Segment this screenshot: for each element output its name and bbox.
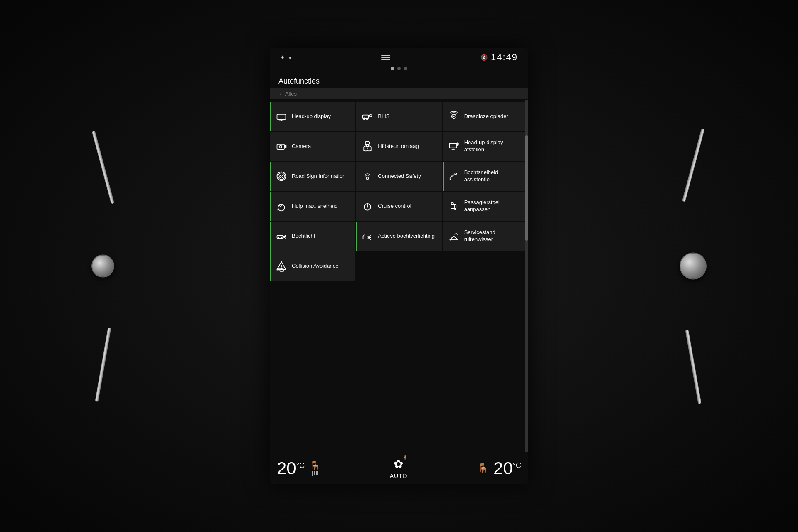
corner-speed-label: Bochtsnelheid assistentie <box>464 169 523 183</box>
max-speed-label: Hulp max. snelheid <box>292 203 338 210</box>
svg-text:+: + <box>451 116 453 118</box>
scrollbar-thumb[interactable] <box>525 135 528 241</box>
wireless-charger-label: Draadloze oplader <box>464 113 508 120</box>
page-indicators <box>270 65 528 74</box>
chrome-needle-top-left <box>91 131 114 204</box>
seat-heat-icon: 🪑 <box>310 461 320 470</box>
camera-label: Camera <box>292 143 311 150</box>
status-left: ✦ ◂ <box>280 54 291 61</box>
grid-item-head-up-display[interactable]: Head-up display <box>270 102 355 131</box>
blis-label: BLIS <box>378 113 389 120</box>
grid-item-cornering-light[interactable]: Bochtlicht <box>270 222 355 251</box>
menu-line-3 <box>381 59 390 60</box>
hud-adjust-icon <box>448 140 460 152</box>
chrome-needle-top-right <box>682 129 704 202</box>
svg-rect-0 <box>277 114 286 119</box>
grid-item-passenger-seat[interactable]: Passagierstoel aanpassen <box>443 192 528 221</box>
temp-right-value: 20 <box>493 460 513 477</box>
temp-left-display: 20 °C <box>277 460 305 477</box>
grid-item-wiper-service[interactable]: Servicestand ruitenwisser <box>443 222 528 251</box>
auto-mode-label: AUTO <box>390 473 408 479</box>
headrest-icon <box>361 140 374 152</box>
cruise-control-icon <box>361 200 374 212</box>
menu-line-1 <box>381 55 390 56</box>
headrest-label: Hfdsteun omlaag <box>378 143 419 150</box>
svg-point-34 <box>367 206 369 208</box>
connected-safety-icon: ! <box>361 170 374 182</box>
svg-point-27 <box>367 177 369 180</box>
passenger-seat-icon <box>448 200 460 212</box>
head-up-display-label: Head-up display <box>292 113 331 120</box>
svg-line-31 <box>279 205 281 207</box>
passenger-seat-icon-climate: 🪑 <box>477 463 488 474</box>
clock: 14:49 <box>491 52 518 63</box>
grid-row-6: Collision Avoidance <box>270 251 528 281</box>
grid-row-5: Bochtlicht Actieve bochtverlichting <box>270 222 528 251</box>
grid-row-3: 90 Road Sign Information ! Connected Saf… <box>270 162 528 191</box>
svg-rect-11 <box>277 144 285 149</box>
page-dot-2[interactable] <box>397 67 401 70</box>
collision-label: Collision Avoidance <box>292 263 339 270</box>
page-dot-1[interactable] <box>391 67 394 70</box>
svg-text:!: ! <box>370 172 371 176</box>
svg-rect-45 <box>363 236 368 239</box>
menu-icon[interactable] <box>381 55 390 60</box>
grid-item-connected-safety[interactable]: ! Connected Safety <box>356 162 441 191</box>
grid-item-road-sign[interactable]: 90 Road Sign Information <box>270 162 355 191</box>
chrome-left-decoration <box>91 130 114 402</box>
svg-line-50 <box>363 235 364 236</box>
grid-item-collision[interactable]: Collision Avoidance <box>270 251 355 281</box>
svg-rect-14 <box>365 142 370 145</box>
camera-icon <box>275 140 288 152</box>
wireless-icon: + <box>448 111 460 122</box>
grid-row-1: Head-up display BLIS + Draa <box>270 102 528 131</box>
wiper-service-label: Servicestand ruitenwisser <box>464 229 523 243</box>
chrome-knob-left[interactable] <box>91 255 114 278</box>
road-sign-label: Road Sign Information <box>292 173 345 180</box>
status-right: 🔇 14:49 <box>480 52 518 63</box>
grid-item-active-light[interactable]: Actieve bochtverlichting <box>356 222 441 251</box>
app-title: Autofuncties <box>278 77 520 86</box>
temp-right-display: 20 °C <box>493 460 521 477</box>
hud-icon <box>275 111 288 122</box>
grid-item-hud-adjust[interactable]: Head-up display afstellen <box>443 132 528 161</box>
climate-bar: 20 °C 🪑 ✿ 🧍 <box>270 452 528 484</box>
cruise-control-label: Cruise control <box>378 203 411 210</box>
svg-point-6 <box>370 115 372 117</box>
app-header: Autofuncties <box>270 74 528 88</box>
grid-item-camera[interactable]: Camera <box>270 132 355 161</box>
scrollbar-track[interactable] <box>525 100 528 452</box>
cornering-light-icon <box>275 230 288 242</box>
svg-point-52 <box>449 239 451 241</box>
active-light-label: Actieve bochtverlichting <box>378 233 435 240</box>
car-interior: ✦ ◂ 🔇 14:49 <box>0 0 798 532</box>
person-icon: 🧍 <box>402 455 408 460</box>
temp-left-unit: °C <box>296 461 305 470</box>
breadcrumb-bar[interactable]: ← Alles <box>270 88 528 99</box>
svg-rect-18 <box>449 143 457 148</box>
heat-bar-1 <box>312 471 313 476</box>
chrome-needle-bottom-right <box>685 330 701 404</box>
screen-content: ✦ ◂ 🔇 14:49 <box>270 48 528 484</box>
grid-item-headrest[interactable]: Hfdsteun omlaag <box>356 132 441 161</box>
grid-item-cruise-control[interactable]: Cruise control <box>356 192 441 221</box>
main-screen: ✦ ◂ 🔇 14:49 <box>270 48 528 484</box>
climate-center: ✿ 🧍 AUTO <box>390 457 408 479</box>
climate-right: 🪑 20 °C <box>477 460 521 477</box>
svg-rect-36 <box>454 205 456 210</box>
wiper-service-icon <box>448 230 460 242</box>
temp-right-unit: °C <box>513 461 521 470</box>
collision-icon <box>275 260 288 272</box>
status-bar: ✦ ◂ 🔇 14:49 <box>270 48 528 65</box>
grid-item-max-speed[interactable]: Hulp max. snelheid <box>270 192 355 221</box>
grid-item-corner-speed[interactable]: Bochtsnelheid assistentie <box>443 162 528 191</box>
chrome-knob-right[interactable] <box>680 253 707 280</box>
svg-text:90: 90 <box>279 174 284 179</box>
fan-icon: ✿ <box>394 458 403 470</box>
grid-item-wireless-charger[interactable]: + Draadloze oplader <box>443 102 528 131</box>
temp-left-value: 20 <box>277 460 296 477</box>
breadcrumb[interactable]: ← Alles <box>278 91 297 97</box>
grid-item-blis[interactable]: BLIS <box>356 102 441 131</box>
page-dot-3[interactable] <box>404 67 407 70</box>
menu-line-2 <box>381 57 390 58</box>
